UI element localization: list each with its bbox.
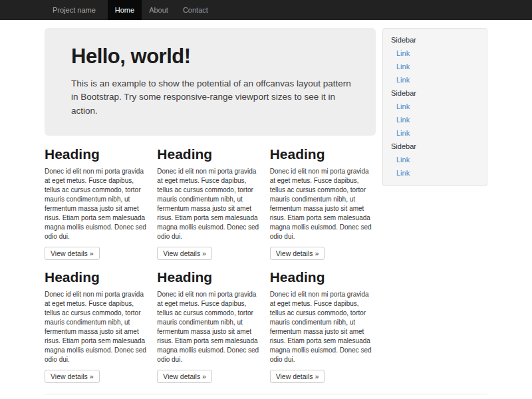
card-text: Donec id elit non mi porta gravida at eg… xyxy=(157,290,263,364)
card-heading: Heading xyxy=(157,269,263,285)
view-details-button[interactable]: View details » xyxy=(157,247,212,260)
footer-divider xyxy=(45,394,487,394)
sidebar-link[interactable]: Link xyxy=(383,73,487,86)
footer: © Company 2013 xyxy=(45,394,487,399)
nav-item-about[interactable]: About xyxy=(142,0,176,20)
view-details-button[interactable]: View details » xyxy=(270,247,325,260)
card-heading: Heading xyxy=(157,146,263,162)
sidebar-header: Sidebar xyxy=(383,86,487,100)
sidebar-group: Sidebar Link Link Link xyxy=(383,33,487,86)
card: Heading Donec id elit non mi porta gravi… xyxy=(157,146,263,260)
cards-row-2: Heading Donec id elit non mi porta gravi… xyxy=(45,269,376,383)
sidebar-link[interactable]: Link xyxy=(383,100,487,113)
sidebar-link[interactable]: Link xyxy=(383,113,487,126)
view-details-button[interactable]: View details » xyxy=(157,370,212,383)
card: Heading Donec id elit non mi porta gravi… xyxy=(157,269,263,383)
sidebar-link[interactable]: Link xyxy=(383,126,487,140)
view-details-button[interactable]: View details » xyxy=(45,247,100,260)
page-container: Hello, world! This is an example to show… xyxy=(45,20,487,399)
sidebar-well: Sidebar Link Link Link Sidebar Link Link… xyxy=(382,28,487,186)
sidebar-header: Sidebar xyxy=(383,140,487,153)
sidebar-link[interactable]: Link xyxy=(383,60,487,73)
jumbotron-description: This is an example to show the potential… xyxy=(71,77,356,118)
card-text: Donec id elit non mi porta gravida at eg… xyxy=(45,167,150,241)
sidebar-link[interactable]: Link xyxy=(383,166,487,180)
sidebar-group: Sidebar Link Link Link xyxy=(383,86,487,140)
card-text: Donec id elit non mi porta gravida at eg… xyxy=(45,290,150,364)
sidebar-header: Sidebar xyxy=(383,33,487,47)
page-title: Hello, world! xyxy=(71,45,356,68)
navbar-menu: Home About Contact xyxy=(108,0,215,20)
card: Heading Donec id elit non mi porta gravi… xyxy=(45,146,150,260)
card-heading: Heading xyxy=(270,146,376,162)
navbar-brand[interactable]: Project name xyxy=(45,0,105,20)
main-content: Hello, world! This is an example to show… xyxy=(45,20,376,383)
card-text: Donec id elit non mi porta gravida at eg… xyxy=(157,167,263,241)
view-details-button[interactable]: View details » xyxy=(45,370,100,383)
sidebar-link[interactable]: Link xyxy=(383,153,487,166)
view-details-button[interactable]: View details » xyxy=(270,370,325,383)
sidebar-link[interactable]: Link xyxy=(383,47,487,60)
card-heading: Heading xyxy=(270,269,376,285)
card: Heading Donec id elit non mi porta gravi… xyxy=(270,269,376,383)
sidebar: Sidebar Link Link Link Sidebar Link Link… xyxy=(382,20,487,186)
navbar: Project name Home About Contact xyxy=(0,0,532,20)
nav-item-home[interactable]: Home xyxy=(108,0,142,20)
sidebar-group: Sidebar Link Link xyxy=(383,140,487,180)
card: Heading Donec id elit non mi porta gravi… xyxy=(45,269,150,383)
card-heading: Heading xyxy=(45,269,150,285)
cards-row-1: Heading Donec id elit non mi porta gravi… xyxy=(45,146,376,260)
nav-item-contact[interactable]: Contact xyxy=(176,0,215,20)
jumbotron: Hello, world! This is an example to show… xyxy=(45,28,376,136)
card-text: Donec id elit non mi porta gravida at eg… xyxy=(270,167,376,241)
card-heading: Heading xyxy=(45,146,150,162)
card-text: Donec id elit non mi porta gravida at eg… xyxy=(270,290,376,364)
card: Heading Donec id elit non mi porta gravi… xyxy=(270,146,376,260)
